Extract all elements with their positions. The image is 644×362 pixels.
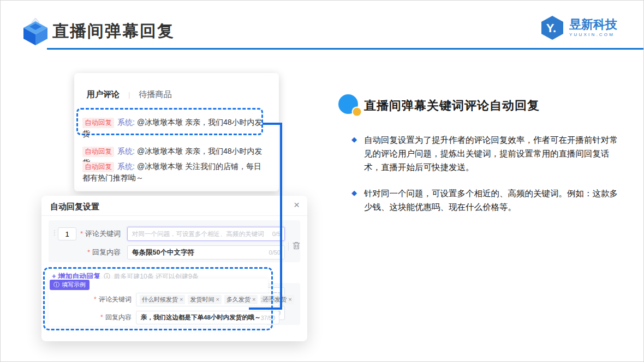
message-sender: 系统: [117, 162, 135, 171]
page-title: 直播间弹幕回复 [52, 20, 175, 43]
live-comments-card: 用户评论 | 待播商品 自动回复系统:@冰墩墩本墩 亲亲，我们48小时内发货 自… [74, 73, 279, 191]
char-counter: 0/5 [272, 231, 281, 237]
keyword-label: 评论关键词 [85, 229, 121, 239]
required-mark: * [80, 230, 83, 238]
keyword-field[interactable] [128, 227, 284, 240]
auto-reply-badge: 自动回复 [82, 118, 114, 128]
card-tabs: 用户评论 | 待播商品 [87, 89, 171, 100]
feature-bullet: 自动回复设置为了提升作者的评论回复效率，作者可在开播前针对常见的评论用户问题，提… [364, 133, 621, 174]
connector-line [249, 307, 282, 310]
cube-logo-icon [20, 16, 51, 46]
brand-name: 昱新科技 [569, 19, 617, 31]
connector-line [280, 123, 282, 310]
auto-reply-badge: 自动回复 [82, 147, 114, 157]
auto-reply-message: 自动回复系统:@冰墩墩本墩 关注我们的店铺，每日都有热门推荐呦～ [82, 161, 264, 184]
tag-remove-icon[interactable]: × [288, 296, 291, 303]
modal-title: 自动回复设置 [50, 202, 99, 212]
feature-headline: 直播间弹幕关键词评论自动回复 [364, 98, 540, 114]
required-mark: * [87, 248, 90, 256]
svg-text:Y.: Y. [546, 21, 556, 35]
reply-label: 回复内容 [92, 248, 121, 257]
diamond-bullet-icon: ◆ [351, 189, 357, 197]
keyword-input[interactable]: 0/5 [127, 227, 285, 241]
reply-input[interactable]: 每条限50个中文字符 0/50 [127, 245, 285, 260]
entry-index-field[interactable] [58, 228, 76, 240]
annotation-dashed-box [43, 267, 273, 330]
brand-hexagon-icon: Y. [540, 15, 565, 40]
tab-divider: | [128, 90, 130, 99]
diamond-bullet-icon: ◆ [351, 135, 357, 143]
tab-pending-products[interactable]: 待播商品 [139, 89, 171, 100]
chat-bubble-icon [337, 93, 362, 117]
auto-reply-settings-modal: 自动回复设置 × /50 /50 ⋮⋮ * 评论关键词 0/5 * 回复内容 每… [41, 196, 307, 341]
auto-reply-message: 自动回复系统:@冰墩墩本墩 亲亲，我们48小时内发货 [82, 117, 264, 140]
tab-user-comments[interactable]: 用户评论 [87, 89, 120, 100]
action-divider [288, 242, 289, 251]
char-counter: 0/50 [269, 249, 281, 256]
entry-index-input[interactable] [58, 227, 76, 240]
brand-logo: Y. 昱新科技 YUUXIN.COM [540, 15, 617, 40]
message-sender: 系统: [117, 118, 135, 126]
page: 直播间弹幕回复 Y. 昱新科技 YUUXIN.COM 用户评论 | 待播商品 自… [0, 0, 644, 362]
brand-domain: YUUXIN.COM [569, 32, 617, 37]
message-sender: 系统: [117, 147, 135, 155]
connector-line [263, 123, 282, 125]
delete-entry-icon[interactable] [292, 241, 301, 250]
close-icon[interactable]: × [294, 200, 300, 210]
auto-reply-badge: 自动回复 [82, 162, 114, 172]
modal-divider [41, 215, 307, 216]
feature-bullet: 针对同一个问题，可设置多个相近的、高频的关键词。例如：这款多少钱、这块能优惠吗、… [364, 186, 621, 214]
header-underline [47, 48, 643, 50]
reply-field-value: 每条限50个中文字符 [132, 246, 194, 259]
